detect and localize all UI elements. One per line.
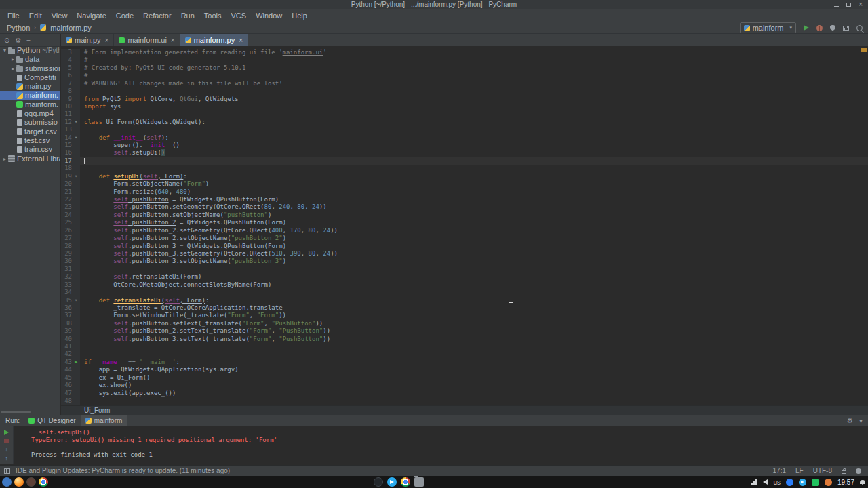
menu-item-code[interactable]: Code [111,9,138,22]
tree-item-external-libra[interactable]: ▸External Libra [0,155,60,163]
line-number[interactable]: 31 [61,266,72,273]
code-line[interactable]: 47 sys.exit(app.exec_()) [61,390,868,397]
editor-tab-mainform-ui[interactable]: mainform.ui× [114,34,180,46]
line-number[interactable]: 7 [61,80,72,87]
code-line[interactable]: 25 self.pushButton_2 = QtWidgets.QPushBu… [61,219,868,226]
code-line[interactable]: 45 ex = Ui_Form() [61,374,868,382]
line-number[interactable]: 19 [61,173,72,180]
tree-item-mainform[interactable]: mainform. [0,91,60,100]
line-separator[interactable]: LF [795,467,804,474]
debug-button[interactable] [816,25,823,31]
down-arrow-icon[interactable]: ↓ [5,447,8,452]
line-number[interactable]: 35 [61,297,72,304]
code-line[interactable]: 19▾ def setupUi(self, Form): [61,173,868,180]
editor-tab-mainform-py[interactable]: mainform.py× [180,34,248,46]
line-number[interactable]: 17 [61,157,72,165]
tree-item-data[interactable]: ▸data [0,55,60,64]
fold-icon[interactable]: ▾ [72,134,80,142]
code-line[interactable]: 28 self.pushButton_3 = QtWidgets.QPushBu… [61,243,868,250]
breadcrumb-class[interactable]: Ui_Form [84,407,110,414]
line-number[interactable]: 27 [61,235,72,242]
line-number[interactable]: 16 [61,149,72,157]
line-number[interactable]: 37 [61,312,72,319]
code-line[interactable]: 38 self.pushButton.setText(_translate("F… [61,320,868,327]
editor-tab-main-py[interactable]: main.py× [61,34,114,46]
code-line[interactable]: 40 self.pushButton_3.setText(_translate(… [61,336,868,343]
line-number[interactable]: 12 [61,119,72,126]
files-icon[interactable] [414,477,424,487]
breadcrumb-file[interactable]: mainform.py [50,24,92,32]
tree-toggle-icon[interactable]: ▾ [1,46,8,55]
code-line[interactable]: 36 _translate = QtCore.QCoreApplication.… [61,304,868,312]
code-line[interactable]: 18 [61,165,868,172]
line-number[interactable]: 41 [61,343,72,350]
search-everywhere-icon[interactable] [856,25,863,31]
line-number[interactable]: 22 [61,196,72,203]
code-line[interactable]: 46 ex.show() [61,382,868,389]
maximize-icon[interactable] [846,3,851,7]
line-number[interactable]: 18 [61,165,72,172]
line-number[interactable]: 46 [61,382,72,389]
run-tab-mainform[interactable]: mainform [81,415,127,426]
menu-item-file[interactable]: File [3,9,24,22]
menu-item-tools[interactable]: Tools [199,9,226,22]
code-line[interactable]: 15 super().__init__() [61,142,868,149]
fold-icon[interactable]: ▾ [72,173,80,180]
line-number[interactable]: 25 [61,219,72,226]
run-line-icon[interactable]: ▶ [72,359,80,366]
status-message[interactable]: IDE and Plugin Updates: PyCharm is ready… [16,467,230,474]
line-number[interactable]: 45 [61,374,72,382]
code-line[interactable]: 13 [61,126,868,134]
code-line[interactable]: 33 QtCore.QMetaObject.connectSlotsByName… [61,281,868,289]
code-line[interactable]: 4# [61,56,868,64]
line-number[interactable]: 43 [61,359,72,366]
rerun-button[interactable] [4,430,9,435]
code-line[interactable]: 43▶if __name__ == '__main__': [61,359,868,366]
terminal-icon[interactable] [374,477,383,487]
volume-icon[interactable] [763,479,768,485]
code-line[interactable]: 44 app = QtWidgets.QApplication(sys.argv… [61,366,868,373]
firefox-icon[interactable] [14,477,24,487]
code-line[interactable]: 8 [61,87,868,95]
line-number[interactable]: 6 [61,72,72,79]
caret-position[interactable]: 17:1 [773,467,786,474]
code-line[interactable]: 42 [61,350,868,358]
line-number[interactable]: 28 [61,243,72,250]
fold-icon[interactable]: ▾ [72,119,80,126]
tree-item-target-csv[interactable]: target.csv [0,127,60,136]
line-number[interactable]: 3 [61,49,72,56]
breadcrumb-project[interactable]: Python [7,24,30,32]
fold-icon[interactable]: ▾ [72,297,80,304]
file-encoding[interactable]: UTF-8 [813,467,832,474]
tree-item-qqq-mp4[interactable]: qqq.mp4 [0,109,60,118]
line-number[interactable]: 40 [61,336,72,343]
locate-file-icon[interactable]: ⊙ [4,37,9,44]
line-number[interactable]: 20 [61,180,72,188]
line-number[interactable]: 10 [61,103,72,110]
line-number[interactable]: 48 [61,397,72,405]
line-number[interactable]: 21 [61,188,72,196]
close-tab-icon[interactable]: × [105,37,109,44]
line-number[interactable]: 29 [61,250,72,258]
line-number[interactable]: 8 [61,87,72,95]
code-line[interactable]: 30 self.pushButton_3.setObjectName("push… [61,258,868,265]
code-line[interactable]: 37 Form.setWindowTitle(_translate("Form"… [61,312,868,319]
tree-horizontal-scrollbar[interactable] [1,411,31,413]
redshift-icon[interactable] [825,479,832,486]
run-button[interactable] [804,25,809,30]
telegram-tray-icon[interactable] [799,479,806,486]
code-line[interactable]: 32 self.retranslateUi(Form) [61,273,868,281]
telegram-icon[interactable] [387,477,397,487]
settings-gear-icon[interactable]: ⚙ [847,417,853,424]
code-line[interactable]: 3# Form implementation generated from re… [61,49,868,56]
hide-panel-icon[interactable]: − [26,37,31,44]
line-number[interactable]: 34 [61,289,72,296]
browser-icon[interactable] [2,477,12,487]
menu-item-view[interactable]: View [47,9,73,22]
readonly-lock-icon[interactable] [842,470,846,474]
gimp-icon[interactable] [26,477,36,487]
tree-item-test-csv[interactable]: test.csv [0,136,60,145]
code-line[interactable]: 21 Form.resize(640, 480) [61,188,868,196]
warning-stripe-mark[interactable] [861,48,867,52]
line-number[interactable]: 32 [61,273,72,281]
